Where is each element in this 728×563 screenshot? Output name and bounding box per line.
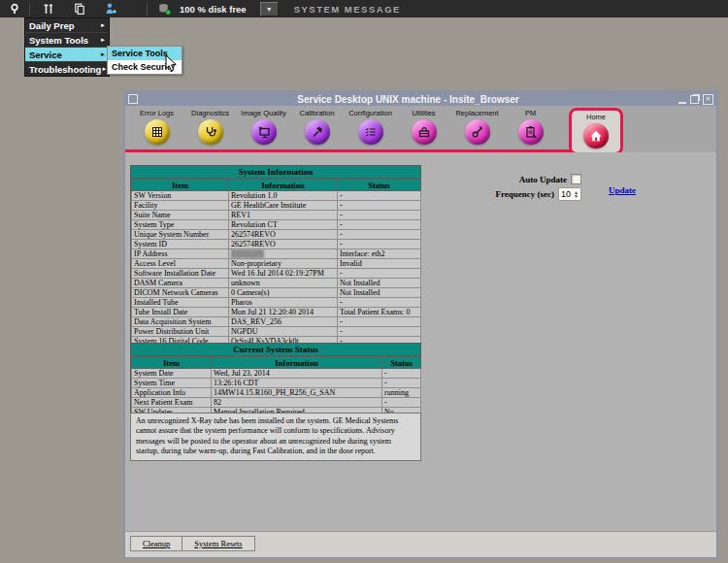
status-cell: - [338, 317, 421, 327]
lightbulb-icon[interactable] [4, 1, 25, 17]
information-cell: 13:26:16 CDT [212, 379, 382, 388]
tab-label: Home [586, 113, 606, 121]
home-icon [583, 123, 609, 149]
diagnostics-icon [198, 119, 223, 145]
information-cell: 82 [212, 398, 382, 408]
cleanup-button[interactable]: Cleanup [131, 537, 182, 550]
status-cell: Total Patient Exams: 0 [338, 308, 421, 317]
menubar-divider [147, 2, 148, 16]
menu-item-daily-prep[interactable]: Daily Prep ► [25, 18, 109, 33]
status-cell: - [382, 369, 421, 379]
tab-label: Error Logs [140, 109, 174, 117]
status-cell: running [382, 388, 421, 398]
main-menu: Daily Prep ► System Tools ► Service ► Tr… [24, 17, 110, 77]
menubar-divider [29, 2, 30, 16]
user-star-icon[interactable] [100, 1, 121, 17]
submenu-arrow-icon: ► [100, 37, 106, 43]
auto-update-label: Auto Update [519, 175, 567, 184]
table-row: Next Patient Exam 82 - [132, 398, 421, 408]
tab-label: Configuration [348, 109, 392, 117]
table-row: System Type Revolution CT - [132, 220, 421, 230]
status-cell: Not Installed [338, 279, 421, 288]
item-cell: System Time [132, 379, 212, 388]
menu-item-label: System Tools [29, 35, 88, 46]
chevron-down-icon: ▼ [266, 6, 273, 13]
message-dropdown-button[interactable]: ▼ [260, 2, 279, 17]
item-cell: IP Address [132, 249, 229, 259]
system-information-table: System Information Item Information Stat… [130, 165, 421, 348]
column-header: Status [338, 180, 421, 191]
item-cell: Access Level [132, 259, 229, 269]
spinner-arrows-icon[interactable]: ▲▼ [574, 190, 579, 198]
menu-item-system-tools[interactable]: System Tools ► [25, 33, 109, 48]
table-title: System Information [131, 166, 420, 179]
item-cell: Tube Install Date [132, 308, 229, 317]
table-row: Unique System Number 262574REVO - [132, 230, 421, 240]
clipboard-copy-icon[interactable] [69, 1, 90, 17]
information-cell: NGPDU [229, 327, 338, 337]
tab-pm[interactable]: PM [504, 109, 557, 149]
mouse-cursor [165, 54, 178, 73]
status-cell: Interface: eth2 [338, 249, 421, 259]
table-row: DASM Camera unknown Not Installed [132, 279, 421, 288]
tab-image-quality[interactable]: Image Quality [237, 109, 290, 149]
calibration-icon [305, 119, 330, 145]
menu-item-troubleshooting[interactable]: Troubleshooting ► [25, 62, 109, 76]
disk-free-text: 100 % disk free [180, 4, 247, 15]
item-cell: Suite Name [132, 211, 229, 220]
information-cell: Non-proprietary [229, 259, 338, 269]
status-cell: - [338, 211, 421, 220]
submenu-arrow-icon: ► [100, 22, 106, 28]
frequency-value: 10 [561, 189, 571, 199]
information-cell: unknown [229, 279, 338, 288]
utilities-icon [412, 119, 437, 145]
replacement-icon [465, 119, 490, 145]
auto-update-checkbox[interactable] [571, 174, 581, 184]
tab-home-active[interactable]: Home [569, 108, 623, 155]
frequency-label: Frequency (sec) [495, 189, 554, 199]
close-icon[interactable]: ✕ [703, 94, 713, 105]
table-row: Software Installation Date Wed 16 Jul 20… [132, 269, 421, 279]
auto-update-panel: Auto Update Frequency (sec) 10 ▲▼ [446, 174, 581, 204]
status-cell: - [338, 191, 421, 201]
service-desktop-window: Service Desktop UNIX machine - Insite_Br… [123, 90, 718, 558]
status-cell: Not Installed [338, 288, 421, 298]
information-cell: Revolution CT [229, 220, 338, 230]
table-header-row: Item Information Status [132, 180, 421, 191]
tab-label: Utilities [412, 109, 435, 117]
tab-utilities[interactable]: Utilities [397, 109, 450, 149]
table-row: Data Acquisition System DAS_REV_256 - [132, 317, 421, 327]
column-header: Information [229, 180, 338, 191]
item-cell: Unique System Number [132, 230, 229, 240]
minimize-icon[interactable] [678, 94, 686, 104]
status-cell: - [338, 240, 421, 249]
table-row: Installed Tube Pharos - [132, 298, 421, 308]
maximize-icon[interactable] [690, 95, 699, 104]
status-cell: - [338, 327, 421, 337]
menu-item-service[interactable]: Service ► [25, 48, 109, 62]
table-header-row: Item Information Status [132, 357, 421, 369]
service-tab-bar: Error Logs Diagnostics Image Quality Cal… [125, 106, 716, 152]
tab-replacement[interactable]: Replacement [450, 109, 504, 149]
tools-menu-icon[interactable] [38, 1, 59, 17]
window-footer: Cleanup System Resets [125, 531, 716, 557]
tab-configuration[interactable]: Configuration [344, 109, 397, 149]
update-link[interactable]: Update [609, 185, 636, 195]
tab-label: Calibration [300, 109, 335, 117]
top-menubar: 100 % disk free ▼ SYSTEM MESSAGE [0, 0, 728, 17]
status-cell: - [338, 298, 421, 308]
column-header: Item [132, 180, 229, 191]
tab-error-logs[interactable]: Error Logs [130, 109, 183, 149]
item-cell: Data Acquisition System [132, 317, 229, 327]
table-row: Power Distribution Unit NGPDU - [132, 327, 421, 337]
tab-calibration[interactable]: Calibration [290, 109, 344, 149]
tube-warning-message: An unrecognized X-Ray tube has been inst… [130, 413, 421, 461]
frequency-spinner[interactable]: 10 ▲▼ [558, 187, 581, 201]
window-title: Service Desktop UNIX machine - Insite_Br… [138, 94, 678, 105]
table-row: Tube Install Date Mon Jul 21 12:20:40 20… [132, 308, 421, 317]
disk-status-icon [153, 1, 175, 17]
tab-diagnostics[interactable]: Diagnostics [183, 109, 237, 149]
system-resets-button[interactable]: System Resets [182, 537, 253, 550]
window-titlebar[interactable]: Service Desktop UNIX machine - Insite_Br… [125, 92, 716, 106]
status-cell: - [338, 230, 421, 240]
